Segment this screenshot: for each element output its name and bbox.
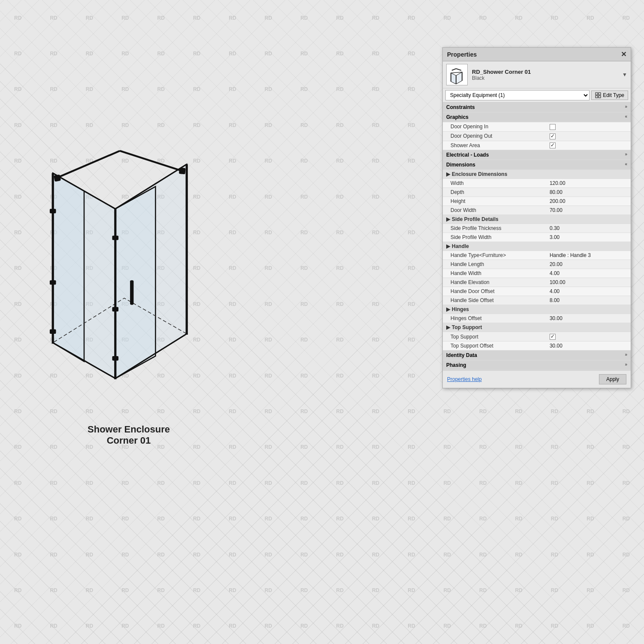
- handle-door-offset-value[interactable]: 4.00: [546, 287, 631, 296]
- svg-rect-34: [599, 96, 601, 98]
- component-name: RD_Shower Corner 01: [472, 69, 618, 75]
- watermark-cell: RD: [251, 36, 286, 71]
- watermark-cell: RD: [608, 0, 644, 36]
- svg-marker-5: [115, 187, 156, 378]
- side-profile-width-value[interactable]: 3.00: [546, 233, 631, 242]
- svg-line-27: [456, 69, 461, 70]
- watermark-cell: RD: [465, 465, 501, 501]
- svg-rect-16: [112, 236, 119, 240]
- top-support-offset-value[interactable]: 30.00: [546, 342, 631, 351]
- watermark-cell: RD: [393, 358, 429, 393]
- prop-handle-type: Handle Type<Furniture> Handle : Handle 3: [443, 251, 631, 260]
- watermark-cell: RD: [537, 501, 572, 536]
- handle-type-label: Handle Type<Furniture>: [443, 251, 546, 260]
- height-value[interactable]: 200.00: [546, 197, 631, 206]
- watermark-cell: RD: [572, 465, 608, 501]
- phasing-collapse[interactable]: »: [625, 362, 627, 367]
- watermark-cell: RD: [72, 537, 107, 572]
- component-thumbnail: [447, 65, 466, 84]
- watermark-cell: RD: [251, 322, 286, 357]
- door-opening-out-value[interactable]: [546, 131, 631, 141]
- watermark-cell: RD: [251, 429, 286, 465]
- watermark-cell: RD: [0, 572, 36, 608]
- depth-value[interactable]: 80.00: [546, 188, 631, 197]
- watermark-cell: RD: [286, 429, 322, 465]
- panel-selector-row: Specialty Equipment (1) Edit Type: [443, 88, 631, 103]
- shower-area-checkbox[interactable]: [550, 142, 556, 148]
- top-support-value[interactable]: [546, 332, 631, 342]
- watermark-cell: RD: [322, 72, 357, 107]
- handle-side-offset-value[interactable]: 8.00: [546, 296, 631, 305]
- constraints-collapse[interactable]: »: [625, 104, 627, 109]
- handle-group-label[interactable]: ▶ Handle: [446, 243, 546, 249]
- watermark-cell: RD: [72, 465, 107, 501]
- identity-collapse[interactable]: »: [625, 352, 627, 357]
- watermark-cell: RD: [537, 429, 572, 465]
- watermark-cell: RD: [179, 572, 215, 608]
- watermark-cell: RD: [537, 393, 572, 429]
- electrical-collapse[interactable]: »: [625, 152, 627, 157]
- top-support-offset-label: Top Support Offset: [443, 342, 546, 351]
- door-width-label: Door Width: [443, 206, 546, 215]
- watermark-cell: RD: [393, 179, 429, 215]
- handle-elevation-value[interactable]: 100.00: [546, 278, 631, 287]
- properties-scroll[interactable]: Constraints » Graphics « Door Opening In: [443, 103, 631, 370]
- hinges-group-label[interactable]: ▶ Hinges: [446, 306, 546, 312]
- door-opening-out-checkbox[interactable]: [550, 133, 556, 139]
- section-constraints-label: Constraints: [446, 104, 475, 110]
- watermark-cell: RD: [107, 465, 143, 501]
- watermark-cell: RD: [572, 393, 608, 429]
- watermark-cell: RD: [107, 501, 143, 536]
- handle-length-value[interactable]: 20.00: [546, 260, 631, 269]
- instance-selector[interactable]: Specialty Equipment (1): [445, 90, 590, 100]
- watermark-cell: RD: [36, 537, 71, 572]
- edit-type-button[interactable]: Edit Type: [591, 91, 628, 100]
- prop-shower-area: Shower Area: [443, 141, 631, 150]
- dimensions-collapse[interactable]: «: [625, 162, 627, 166]
- shower-area-value[interactable]: [546, 141, 631, 150]
- door-opening-in-checkbox[interactable]: [550, 124, 556, 130]
- close-button[interactable]: ✕: [621, 50, 626, 58]
- graphics-collapse[interactable]: «: [625, 114, 627, 119]
- watermark-cell: RD: [429, 501, 465, 536]
- watermark-cell: RD: [393, 429, 429, 465]
- expand-icon-3: ▶: [446, 243, 450, 249]
- handle-type-value[interactable]: Handle : Handle 3: [546, 251, 631, 260]
- svg-rect-17: [112, 307, 119, 311]
- width-value[interactable]: 120.00: [546, 179, 631, 188]
- panel-header: RD_Shower Corner 01 Black ▼: [443, 61, 631, 88]
- top-support-checkbox[interactable]: [550, 334, 556, 340]
- section-phasing-label: Phasing: [446, 362, 466, 368]
- watermark-cell: RD: [358, 215, 393, 250]
- properties-help-link[interactable]: Properties help: [447, 376, 482, 382]
- watermark-cell: RD: [358, 322, 393, 357]
- watermark-cell: RD: [393, 572, 429, 608]
- watermark-cell: RD: [537, 0, 572, 36]
- watermark-cell: RD: [107, 0, 143, 36]
- handle-width-value[interactable]: 4.00: [546, 269, 631, 278]
- side-profile-thickness-value[interactable]: 0.30: [546, 224, 631, 233]
- watermark-cell: RD: [286, 322, 322, 357]
- watermark-cell: RD: [251, 465, 286, 501]
- watermark-cell: RD: [572, 537, 608, 572]
- watermark-cell: RD: [393, 72, 429, 107]
- watermark-cell: RD: [358, 107, 393, 143]
- door-width-value[interactable]: 70.00: [546, 206, 631, 215]
- watermark-cell: RD: [322, 107, 357, 143]
- top-support-label: Top Support: [443, 332, 546, 342]
- apply-button[interactable]: Apply: [599, 374, 626, 384]
- svg-rect-19: [112, 356, 119, 360]
- side-profile-group-label[interactable]: ▶ Side Profile Details: [446, 216, 546, 222]
- prop-depth: Depth 80.00: [443, 188, 631, 197]
- prop-door-width: Door Width 70.00: [443, 206, 631, 215]
- watermark-cell: RD: [251, 215, 286, 250]
- panel-nav-arrow[interactable]: ▼: [622, 72, 627, 78]
- hinges-offset-value[interactable]: 30.00: [546, 314, 631, 323]
- watermark-cell: RD: [358, 358, 393, 393]
- watermark-cell: RD: [393, 0, 429, 36]
- enclosure-dimensions-group-label[interactable]: ▶ Enclosure Dimensions: [446, 171, 546, 177]
- door-opening-in-value[interactable]: [546, 122, 631, 132]
- top-support-group-label[interactable]: ▶ Top Support: [446, 324, 546, 330]
- watermark-cell: RD: [72, 36, 107, 71]
- watermark-cell: RD: [286, 215, 322, 250]
